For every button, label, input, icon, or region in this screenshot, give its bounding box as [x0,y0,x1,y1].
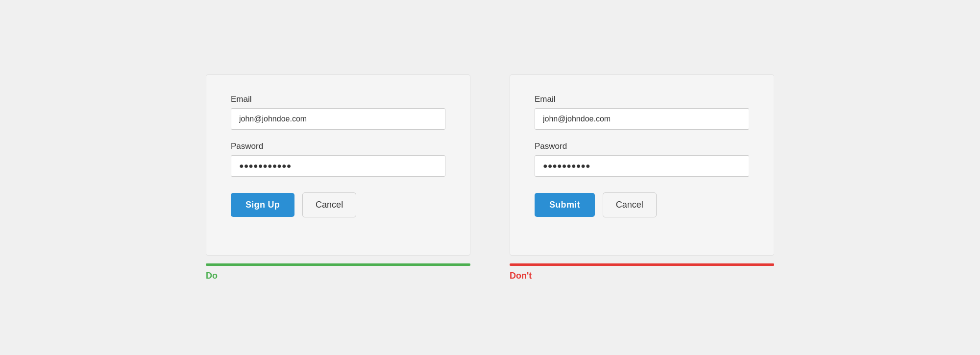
dont-cancel-button[interactable]: Cancel [603,192,657,217]
dont-indicator-bar [510,263,774,266]
do-cancel-button[interactable]: Cancel [302,192,356,217]
do-password-group: Pasword [231,142,445,177]
do-indicator-label: Do [206,271,218,281]
do-form-card: Email Pasword Sign Up Cancel [206,74,470,256]
do-signup-button[interactable]: Sign Up [231,193,294,217]
do-indicator-bar [206,263,470,266]
dont-email-label: Email [535,95,749,104]
dont-submit-button[interactable]: Submit [535,193,595,217]
dont-email-input[interactable] [535,108,749,130]
do-password-label: Pasword [231,142,445,151]
dont-form-card: Email Pasword Submit Cancel [510,74,774,256]
do-email-input[interactable] [231,108,445,130]
dont-indicator-label: Don't [510,271,532,281]
dont-email-group: Email [535,95,749,130]
do-button-row: Sign Up Cancel [231,192,445,217]
dont-password-label: Pasword [535,142,749,151]
dont-example: Email Pasword Submit Cancel Don't [510,74,774,281]
dont-password-input[interactable] [535,155,749,177]
do-password-input[interactable] [231,155,445,177]
do-email-group: Email [231,95,445,130]
dont-button-row: Submit Cancel [535,192,749,217]
do-email-label: Email [231,95,445,104]
do-example: Email Pasword Sign Up Cancel Do [206,74,470,281]
dont-password-group: Pasword [535,142,749,177]
